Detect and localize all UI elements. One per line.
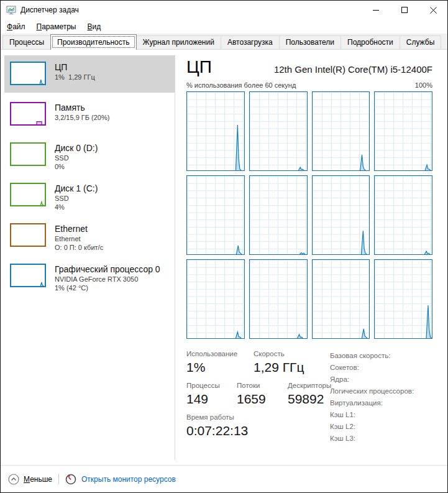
cpu-mini-graph <box>10 62 46 85</box>
sidebar-item-title: Диск 1 (C:) <box>55 183 98 194</box>
sidebar-item-title: ЦП <box>55 62 95 73</box>
detail-label: Виртуализация: <box>330 397 414 409</box>
sidebar-item-detail: NVIDIA GeForce RTX 3050 <box>55 275 160 283</box>
performance-sidebar: ЦП1% 1,29 ГГцПамять3,2/15,9 ГБ (20%)Диск… <box>1 50 175 465</box>
detail-label: Кэш L2: <box>330 421 414 433</box>
threads-value: 1659 <box>237 392 288 407</box>
maximize-button[interactable] <box>390 1 419 19</box>
handles-value: 59892 <box>288 392 331 407</box>
open-resource-monitor-link[interactable]: Открыть монитор ресурсов <box>81 475 176 484</box>
core-graph-7[interactable] <box>312 175 370 255</box>
sidebar-item-detail: 3,2/15,9 ГБ (20%) <box>55 113 109 122</box>
tab-users[interactable]: Пользователи <box>279 35 341 49</box>
core-graph-8[interactable] <box>374 175 432 255</box>
sidebar-item-disk0[interactable]: Диск 0 (D:)SSD0% <box>4 136 175 173</box>
detail-label: Логических процессоров: <box>330 385 414 397</box>
sidebar-item-ethernet[interactable]: EthernetEthernetО: 0 П: 0 кбит/с <box>4 217 175 254</box>
detail-label: Кэш L3: <box>330 433 414 445</box>
disk0-mini-graph <box>10 142 46 166</box>
cpu-model: 12th Gen Intel(R) Core(TM) i5-12400F <box>274 64 432 77</box>
app-icon <box>6 6 16 15</box>
cpu-stats: Использование 1% Скорость 1,29 ГГц Проце… <box>186 350 330 445</box>
close-icon <box>429 6 437 14</box>
graph-max-label: 100% <box>415 81 432 89</box>
sidebar-item-detail: 4% <box>55 203 98 211</box>
tab-performance[interactable]: Производительность <box>50 34 136 50</box>
disk1-mini-graph <box>10 183 46 206</box>
fewer-details-button[interactable]: Меньше <box>24 475 52 484</box>
detail-label: Ядра: <box>330 374 414 385</box>
menu-bar: ФайлПараметрыВид <box>1 19 447 34</box>
uptime-value: 0:07:22:13 <box>186 423 248 438</box>
usage-label: Использование <box>186 350 254 357</box>
tab-app-history[interactable]: Журнал приложений <box>136 35 221 49</box>
sidebar-item-memory[interactable]: Память3,2/15,9 ГБ (20%) <box>4 96 175 133</box>
menu-file[interactable]: Файл <box>1 21 31 32</box>
sidebar-item-disk1[interactable]: Диск 1 (C:)SSD4% <box>4 177 175 214</box>
cpu-panel: ЦП 12th Gen Intel(R) Core(TM) i5-12400F … <box>175 50 447 465</box>
tab-bar: ПроцессыПроизводительностьЖурнал приложе… <box>1 34 447 50</box>
core-graph-6[interactable] <box>249 175 308 255</box>
core-graph-5[interactable] <box>186 175 245 255</box>
tab-services[interactable]: Службы <box>400 35 441 49</box>
sidebar-item-title: Ethernet <box>55 224 103 234</box>
memory-mini-graph <box>10 102 46 126</box>
sidebar-item-gpu[interactable]: Графический процессор 0NVIDIA GeForce RT… <box>4 257 175 295</box>
sidebar-item-detail: SSD <box>55 194 98 203</box>
cpu-details: Базовая скорость:Сокетов:Ядра:Логических… <box>330 350 414 445</box>
sidebar-item-cpu[interactable]: ЦП1% 1,29 ГГц <box>4 55 175 93</box>
core-graph-4[interactable] <box>374 91 432 171</box>
footer-bar: Меньше Открыть монитор ресурсов <box>1 465 447 492</box>
core-graph-2[interactable] <box>249 91 308 171</box>
processes-label: Процессы <box>186 382 237 389</box>
core-graph-12[interactable] <box>374 259 432 339</box>
sidebar-item-detail: О: 0 П: 0 кбит/с <box>55 243 103 252</box>
tab-startup[interactable]: Автозагрузка <box>221 35 280 49</box>
close-button[interactable] <box>419 1 447 19</box>
uptime-label: Время работы <box>186 413 248 421</box>
tab-details[interactable]: Подробности <box>341 35 400 49</box>
logical-processors-grid <box>186 91 432 339</box>
graph-caption: % использования более 60 секунд <box>186 81 296 89</box>
sidebar-item-detail: 0% <box>55 162 98 171</box>
ethernet-mini-graph <box>10 223 46 247</box>
detail-label: Сокетов: <box>330 362 414 374</box>
gpu-mini-graph <box>10 264 46 287</box>
detail-label: Базовая скорость: <box>330 350 414 362</box>
minimize-icon <box>372 6 380 14</box>
footer-separator <box>58 474 59 484</box>
sidebar-item-detail: SSD <box>55 154 98 162</box>
speed-value: 1,29 ГГц <box>254 360 304 375</box>
tab-processes[interactable]: Процессы <box>2 35 51 49</box>
task-manager-window: Диспетчер задач ФайлПараметрыВид Процесс… <box>0 0 448 493</box>
sidebar-item-title: Память <box>55 103 109 113</box>
core-graph-9[interactable] <box>186 259 245 339</box>
window-title: Диспетчер задач <box>21 6 362 14</box>
title-bar: Диспетчер задач <box>1 1 447 19</box>
minimize-button[interactable] <box>362 1 390 19</box>
resource-monitor-icon <box>65 474 76 485</box>
core-graph-3[interactable] <box>312 91 370 171</box>
sidebar-item-detail: 1% 1,29 ГГц <box>55 73 95 81</box>
handles-label: Дескрипторы <box>288 382 331 389</box>
menu-options[interactable]: Параметры <box>31 21 82 32</box>
sidebar-item-title: Диск 0 (D:) <box>55 143 98 154</box>
processes-value: 149 <box>186 392 237 407</box>
sidebar-item-title: Графический процессор 0 <box>55 264 160 275</box>
chevron-up-circle-icon <box>8 474 19 485</box>
detail-label: Кэш L1: <box>330 409 414 421</box>
sidebar-item-detail: Ethernet <box>55 234 103 243</box>
core-graph-1[interactable] <box>186 91 245 171</box>
core-graph-11[interactable] <box>312 259 370 339</box>
sidebar-item-detail: 1% (42 °C) <box>55 283 160 292</box>
maximize-icon <box>401 6 408 14</box>
panel-title: ЦП <box>186 57 212 77</box>
threads-label: Потоки <box>237 382 288 389</box>
speed-label: Скорость <box>254 350 304 357</box>
usage-value: 1% <box>186 360 254 375</box>
menu-view[interactable]: Вид <box>81 21 106 32</box>
core-graph-10[interactable] <box>249 259 308 339</box>
